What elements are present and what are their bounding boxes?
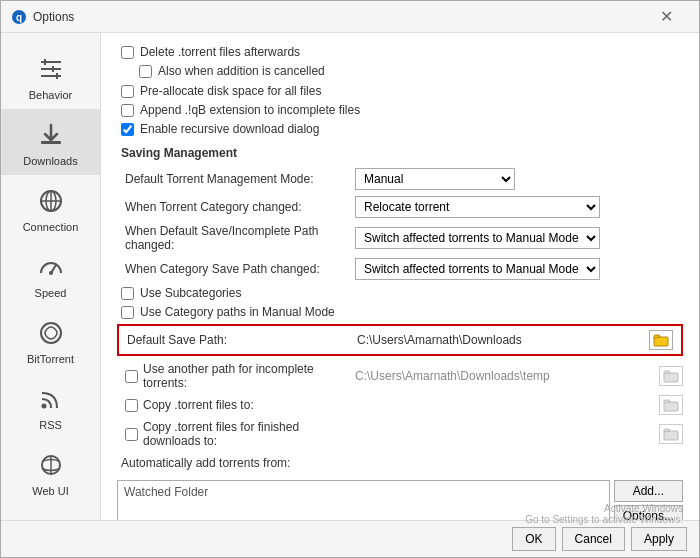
recursive-download-checkbox[interactable] bbox=[121, 123, 134, 136]
speed-icon bbox=[35, 251, 67, 283]
incomplete-path-folder-button[interactable] bbox=[659, 366, 683, 386]
copy-torrent-finished-checkbox[interactable] bbox=[125, 428, 138, 441]
folder-ghost-icon2 bbox=[663, 398, 679, 412]
watched-folder-section: Watched Folder Add... Options... bbox=[117, 480, 683, 520]
bittorrent-icon bbox=[35, 317, 67, 349]
category-path-changed-dropdown[interactable]: Relocate torrent Switch affected torrent… bbox=[355, 258, 600, 280]
sidebar-item-connection[interactable]: Connection bbox=[1, 175, 100, 241]
sidebar-label-connection: Connection bbox=[23, 221, 79, 233]
watched-folder-buttons: Add... Options... bbox=[614, 480, 683, 520]
also-when-cancelled-label[interactable]: Also when addition is cancelled bbox=[158, 64, 325, 78]
use-subcategories-checkbox[interactable] bbox=[121, 287, 134, 300]
copy-torrent-folder-button[interactable] bbox=[659, 395, 683, 415]
append-iqb-checkbox[interactable] bbox=[121, 104, 134, 117]
append-iqb-label[interactable]: Append .!qB extension to incomplete file… bbox=[140, 103, 360, 117]
sidebar-label-speed: Speed bbox=[35, 287, 67, 299]
folder-ghost-icon bbox=[663, 369, 679, 383]
also-when-cancelled-row: Also when addition is cancelled bbox=[117, 64, 683, 78]
sidebar-label-bittorrent: BitTorrent bbox=[27, 353, 74, 365]
default-path-changed-dropdown[interactable]: Relocate torrent Switch affected torrent… bbox=[355, 227, 600, 249]
category-path-changed-row: When Category Save Path changed: Relocat… bbox=[117, 258, 683, 280]
svg-text:q: q bbox=[16, 12, 22, 23]
preallocate-row: Pre-allocate disk space for all files bbox=[117, 84, 683, 98]
rss-icon bbox=[35, 383, 67, 415]
delete-torrent-files-checkbox[interactable] bbox=[121, 46, 134, 59]
folder-ghost-icon3 bbox=[663, 427, 679, 441]
ok-button[interactable]: OK bbox=[512, 527, 555, 551]
incomplete-path-value: C:\Users\Amarnath\Downloads\temp bbox=[355, 369, 655, 383]
connection-icon bbox=[35, 185, 67, 217]
copy-torrent-finished-row: Copy .torrent files for finished downloa… bbox=[117, 420, 683, 448]
sidebar-item-speed[interactable]: Speed bbox=[1, 241, 100, 307]
mgmt-mode-label: Default Torrent Management Mode: bbox=[125, 172, 355, 186]
cancel-button[interactable]: Cancel bbox=[562, 527, 625, 551]
delete-torrent-files-row: Delete .torrent files afterwards bbox=[117, 45, 683, 59]
copy-torrent-row: Copy .torrent files to: bbox=[117, 395, 683, 415]
sidebar-item-behavior[interactable]: Behavior bbox=[1, 43, 100, 109]
auto-add-label: Automatically add torrents from: bbox=[121, 456, 290, 470]
copy-torrent-checkbox[interactable] bbox=[125, 399, 138, 412]
sidebar-label-rss: RSS bbox=[39, 419, 62, 431]
default-save-path-value: C:\Users\Amarnath\Downloads bbox=[357, 333, 645, 347]
options-watched-button[interactable]: Options... bbox=[614, 505, 683, 520]
svg-rect-20 bbox=[664, 373, 678, 382]
main-panel: Delete .torrent files afterwards Also wh… bbox=[101, 33, 699, 520]
sidebar-label-behavior: Behavior bbox=[29, 89, 72, 101]
use-category-paths-checkbox[interactable] bbox=[121, 306, 134, 319]
sidebar-item-webui[interactable]: Web UI bbox=[1, 439, 100, 505]
default-save-path-row: Default Save Path: C:\Users\Amarnath\Dow… bbox=[117, 324, 683, 356]
sidebar-item-bittorrent[interactable]: BitTorrent bbox=[1, 307, 100, 373]
default-save-path-folder-button[interactable] bbox=[649, 330, 673, 350]
sidebar-label-downloads: Downloads bbox=[23, 155, 77, 167]
use-subcategories-label[interactable]: Use Subcategories bbox=[140, 286, 241, 300]
svg-rect-21 bbox=[664, 402, 678, 411]
use-category-paths-label[interactable]: Use Category paths in Manual Mode bbox=[140, 305, 335, 319]
also-when-cancelled-checkbox[interactable] bbox=[139, 65, 152, 78]
recursive-download-row: Enable recursive download dialog bbox=[117, 122, 683, 136]
incomplete-path-checkbox[interactable] bbox=[125, 370, 138, 383]
category-changed-label: When Torrent Category changed: bbox=[125, 200, 355, 214]
sidebar-item-downloads[interactable]: Downloads bbox=[1, 109, 100, 175]
sidebar-label-webui: Web UI bbox=[32, 485, 68, 497]
window-title: Options bbox=[33, 10, 637, 24]
saving-management-title: Saving Management bbox=[121, 146, 683, 160]
watched-folder-box[interactable]: Watched Folder bbox=[117, 480, 610, 520]
preallocate-label[interactable]: Pre-allocate disk space for all files bbox=[140, 84, 321, 98]
mgmt-mode-row: Default Torrent Management Mode: Manual … bbox=[117, 168, 683, 190]
recursive-download-label[interactable]: Enable recursive download dialog bbox=[140, 122, 319, 136]
incomplete-path-label[interactable]: Use another path for incomplete torrents… bbox=[143, 362, 355, 390]
use-category-paths-row: Use Category paths in Manual Mode bbox=[117, 305, 683, 319]
svg-rect-19 bbox=[654, 337, 668, 346]
copy-torrent-finished-label[interactable]: Copy .torrent files for finished downloa… bbox=[143, 420, 355, 448]
preallocate-checkbox[interactable] bbox=[121, 85, 134, 98]
use-subcategories-row: Use Subcategories bbox=[117, 286, 683, 300]
app-icon: q bbox=[11, 9, 27, 25]
default-path-changed-label: When Default Save/Incomplete Path change… bbox=[125, 224, 355, 252]
close-button[interactable]: ✕ bbox=[643, 7, 689, 27]
sidebar-item-rss[interactable]: RSS bbox=[1, 373, 100, 439]
default-path-changed-row: When Default Save/Incomplete Path change… bbox=[117, 224, 683, 252]
apply-button[interactable]: Apply bbox=[631, 527, 687, 551]
svg-rect-8 bbox=[41, 141, 61, 144]
category-path-changed-label: When Category Save Path changed: bbox=[125, 262, 355, 276]
downloads-icon bbox=[35, 119, 67, 151]
watched-folder-row: Watched Folder Add... Options... bbox=[117, 480, 683, 520]
svg-point-15 bbox=[41, 323, 61, 343]
behavior-icon bbox=[35, 53, 67, 85]
default-save-path-label: Default Save Path: bbox=[127, 333, 357, 347]
bottom-bar: Activate Windows Go to Settings to activ… bbox=[1, 520, 699, 557]
mgmt-mode-dropdown[interactable]: Manual Automatic bbox=[355, 168, 515, 190]
delete-torrent-files-label[interactable]: Delete .torrent files afterwards bbox=[140, 45, 300, 59]
webui-icon bbox=[35, 449, 67, 481]
add-watched-button[interactable]: Add... bbox=[614, 480, 683, 502]
svg-point-16 bbox=[41, 404, 46, 409]
copy-torrent-finished-folder-button[interactable] bbox=[659, 424, 683, 444]
copy-torrent-label[interactable]: Copy .torrent files to: bbox=[143, 398, 254, 412]
svg-point-14 bbox=[49, 271, 53, 275]
append-iqb-row: Append .!qB extension to incomplete file… bbox=[117, 103, 683, 117]
svg-rect-22 bbox=[664, 431, 678, 440]
category-changed-dropdown[interactable]: Relocate torrent Switch affected torrent… bbox=[355, 196, 600, 218]
watched-folder-text: Watched Folder bbox=[124, 485, 208, 499]
sidebar-item-advanced[interactable]: Advanced bbox=[1, 505, 100, 520]
folder-icon bbox=[653, 333, 669, 347]
